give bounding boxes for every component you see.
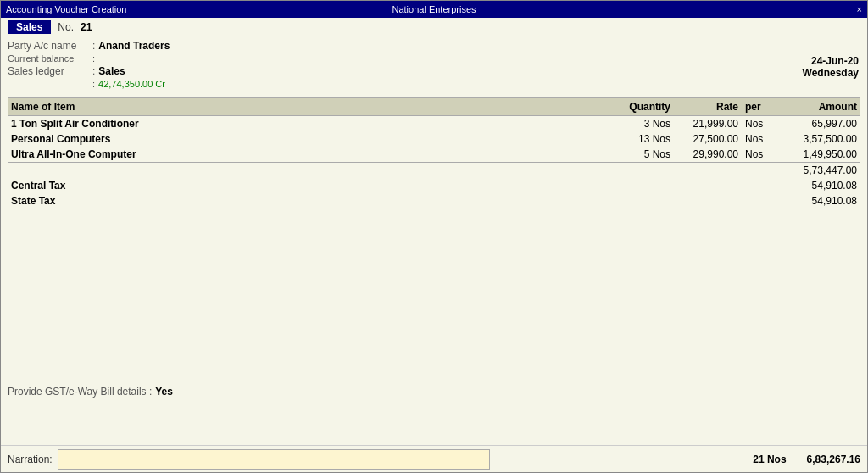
voucher-header: Sales No. 21 xyxy=(1,18,867,36)
tax-qty-0 xyxy=(572,178,674,193)
subtotal-rate xyxy=(674,163,742,179)
subtotal-per xyxy=(742,163,784,179)
col-header-per: per xyxy=(742,98,784,116)
tax-per-0 xyxy=(742,178,784,193)
items-section: Name of Item Quantity Rate per Amount 1 … xyxy=(1,97,867,209)
item-name-2[interactable]: Ultra All-In-One Computer xyxy=(8,147,572,163)
table-row[interactable]: Personal Computers 13 Nos 27,500.00 Nos … xyxy=(8,131,860,147)
tax-row-1: State Tax 54,910.08 xyxy=(8,193,860,209)
summary-section: 21 Nos 6,83,267.16 xyxy=(753,454,860,465)
current-balance-colon: : xyxy=(92,53,95,64)
tax-qty-1 xyxy=(572,193,674,209)
item-rate-1: 27,500.00 xyxy=(674,131,742,147)
col-header-rate: Rate xyxy=(674,98,742,116)
voucher-type-badge[interactable]: Sales xyxy=(8,20,51,34)
window-title-center: National Enterprises xyxy=(392,4,476,14)
item-per-0: Nos xyxy=(742,116,784,132)
voucher-day: Wednesday xyxy=(803,67,859,79)
item-amount-0: 65,997.00 xyxy=(784,116,860,132)
item-qty-1: 13 Nos xyxy=(572,131,674,147)
subtotal-qty xyxy=(572,163,674,179)
current-balance-label: Current balance xyxy=(8,53,92,64)
party-label: Party A/c name xyxy=(8,40,92,52)
close-button[interactable]: × xyxy=(857,4,862,14)
gst-row: Provide GST/e-Way Bill details : Yes xyxy=(8,386,173,398)
party-value[interactable]: Anand Traders xyxy=(98,40,170,52)
item-per-2: Nos xyxy=(742,147,784,163)
item-amount-1: 3,57,500.00 xyxy=(784,131,860,147)
gst-value[interactable]: Yes xyxy=(155,386,173,398)
summary-quantity: 21 Nos xyxy=(753,454,786,465)
items-table: Name of Item Quantity Rate per Amount 1 … xyxy=(8,97,860,209)
item-name-0[interactable]: 1 Ton Split Air Conditioner xyxy=(8,116,572,132)
voucher-number: 21 xyxy=(81,21,92,33)
col-header-name: Name of Item xyxy=(8,98,572,116)
tax-name-1: State Tax xyxy=(8,193,572,209)
col-header-amount: Amount xyxy=(784,98,860,116)
col-header-quantity: Quantity xyxy=(572,98,674,116)
voucher-date: 24-Jun-20 xyxy=(803,55,859,67)
narration-section: Narration: xyxy=(8,449,490,470)
main-window: Accounting Voucher Creation National Ent… xyxy=(0,0,868,473)
narration-input[interactable] xyxy=(58,449,490,470)
gst-label: Provide GST/e-Way Bill details : xyxy=(8,386,152,398)
tax-row-0: Central Tax 54,910.08 xyxy=(8,178,860,193)
subtotal-amount: 5,73,447.00 xyxy=(784,163,860,179)
item-amount-2: 1,49,950.00 xyxy=(784,147,860,163)
party-colon: : xyxy=(92,40,95,52)
window-title-left: Accounting Voucher Creation xyxy=(6,4,126,14)
item-rate-2: 29,990.00 xyxy=(674,147,742,163)
tax-amount-1: 54,910.08 xyxy=(784,193,860,209)
item-name-1[interactable]: Personal Computers xyxy=(8,131,572,147)
sales-balance-value: 42,74,350.00 Cr xyxy=(98,79,165,89)
tax-name-0: Central Tax xyxy=(8,178,572,193)
fields-section: Party A/c name : Anand Traders Current b… xyxy=(1,36,867,94)
item-qty-0: 3 Nos xyxy=(572,116,674,132)
gst-section: Provide GST/e-Way Bill details : Yes xyxy=(8,386,173,401)
current-balance-row: Current balance : xyxy=(8,53,860,64)
date-section: 24-Jun-20 Wednesday xyxy=(803,55,859,79)
sales-balance-row: : 42,74,350.00 Cr xyxy=(8,79,860,89)
table-row[interactable]: 1 Ton Split Air Conditioner 3 Nos 21,999… xyxy=(8,116,860,132)
tax-per-1 xyxy=(742,193,784,209)
narration-label: Narration: xyxy=(8,454,53,465)
tax-amount-0: 54,910.08 xyxy=(784,178,860,193)
table-row[interactable]: Ultra All-In-One Computer 5 Nos 29,990.0… xyxy=(8,147,860,163)
sales-ledger-colon: : xyxy=(92,65,95,77)
subtotal-label xyxy=(8,163,572,179)
sales-balance-colon: : xyxy=(92,79,95,89)
bottom-bar: Narration: 21 Nos 6,83,267.16 xyxy=(1,445,867,472)
sales-ledger-label: Sales ledger xyxy=(8,65,92,77)
item-per-1: Nos xyxy=(742,131,784,147)
tax-rate-0 xyxy=(674,178,742,193)
summary-total: 6,83,267.16 xyxy=(807,454,860,465)
item-rate-0: 21,999.00 xyxy=(674,116,742,132)
party-row: Party A/c name : Anand Traders xyxy=(8,40,860,52)
sales-ledger-row: Sales ledger : Sales xyxy=(8,65,860,77)
voucher-no-label: No. xyxy=(58,21,74,33)
tax-rate-1 xyxy=(674,193,742,209)
sales-ledger-value[interactable]: Sales xyxy=(98,65,125,77)
subtotal-row: 5,73,447.00 xyxy=(8,163,860,179)
table-header-row: Name of Item Quantity Rate per Amount xyxy=(8,98,860,116)
title-bar: Accounting Voucher Creation National Ent… xyxy=(1,1,867,18)
item-qty-2: 5 Nos xyxy=(572,147,674,163)
